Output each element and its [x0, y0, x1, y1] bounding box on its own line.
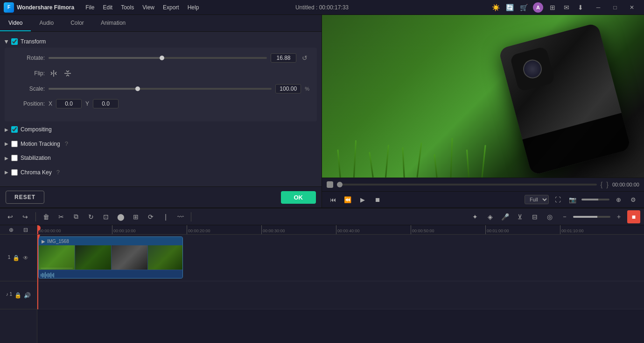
chroma-key-help-icon[interactable]: ?: [56, 169, 60, 176]
detach-audio-button[interactable]: ⊻: [513, 210, 526, 223]
track-eye-icon[interactable]: 👁: [22, 254, 29, 262]
seek-bar[interactable]: [337, 184, 597, 186]
volume-slider[interactable]: [581, 199, 609, 200]
video-track-lane: ▶ IMG_1568: [37, 235, 644, 281]
fit-screen-button[interactable]: ⊞: [129, 210, 142, 223]
layout-icon[interactable]: ⊞: [548, 3, 557, 12]
motion-button[interactable]: ⟳: [144, 210, 157, 223]
chroma-key-checkbox[interactable]: [11, 169, 18, 176]
user-avatar[interactable]: A: [533, 2, 543, 13]
menu-view[interactable]: View: [139, 3, 158, 12]
tab-audio[interactable]: Audio: [31, 15, 62, 31]
minimize-button[interactable]: ─: [590, 0, 607, 15]
reset-button[interactable]: RESET: [6, 191, 44, 204]
crop-button[interactable]: ⊡: [99, 210, 112, 223]
mark-in-button[interactable]: ⬤: [114, 210, 127, 223]
copy-button[interactable]: ⧉: [70, 210, 83, 223]
pip-button[interactable]: ⊟: [528, 210, 541, 223]
seekbar-circle: [327, 181, 333, 188]
more-button[interactable]: ■: [627, 210, 640, 223]
scale-unit: %: [305, 86, 309, 92]
cart-icon[interactable]: 🛒: [519, 3, 528, 12]
rotate-slider[interactable]: [49, 57, 267, 59]
app-logo: F: [4, 2, 14, 13]
rotate-reset-button[interactable]: ↺: [300, 53, 309, 63]
bracket-left[interactable]: {: [601, 181, 603, 188]
position-y-input[interactable]: [93, 99, 119, 108]
loop-button[interactable]: ↻: [84, 210, 98, 223]
motion-tracking-section: ▶ Motion Tracking ?: [0, 137, 322, 150]
close-button[interactable]: ✕: [623, 0, 640, 15]
motion-tracking-header[interactable]: ▶ Motion Tracking ?: [0, 137, 322, 150]
stop-button[interactable]: ⏹: [371, 193, 384, 206]
flip-vertical-icon[interactable]: [63, 68, 73, 79]
redo-button[interactable]: ↪: [19, 210, 32, 223]
motion-tracking-help-icon[interactable]: ?: [65, 140, 68, 147]
menu-help[interactable]: Help: [184, 3, 203, 12]
snapshot-button[interactable]: 📷: [567, 193, 579, 206]
tab-animation[interactable]: Animation: [92, 15, 134, 31]
toolbar-separator-2: [191, 212, 191, 222]
clip-name: IMG_1568: [47, 239, 69, 244]
fx-button[interactable]: ✦: [469, 210, 482, 223]
track-lock-icon[interactable]: 🔒: [13, 254, 20, 262]
transform-section-header[interactable]: ▶ Transform: [0, 36, 322, 48]
video-clip[interactable]: ▶ IMG_1568: [38, 236, 183, 279]
ok-button[interactable]: OK: [281, 191, 316, 204]
compositing-section: ▶ Compositing: [0, 123, 322, 136]
magnet-icon[interactable]: ⊟: [23, 227, 28, 233]
play-button[interactable]: ▶: [357, 193, 369, 206]
transform-chevron: ▶: [4, 40, 9, 43]
menu-file[interactable]: File: [82, 3, 98, 12]
skip-back-button[interactable]: ⏮: [327, 193, 339, 206]
scale-slider[interactable]: [49, 88, 272, 90]
menu-edit[interactable]: Edit: [99, 3, 116, 12]
menu-tools[interactable]: Tools: [117, 3, 138, 12]
tab-video[interactable]: Video: [0, 15, 31, 31]
motion-tracking-checkbox[interactable]: [11, 141, 18, 147]
add-media-button[interactable]: ⊕: [612, 193, 624, 206]
property-tabs: Video Audio Color Animation: [0, 15, 322, 32]
cut-button[interactable]: ✂: [55, 210, 68, 223]
shield-button[interactable]: ◈: [483, 210, 497, 223]
mic-button[interactable]: 🎤: [498, 210, 511, 223]
undo-button[interactable]: ↩: [4, 210, 17, 223]
transform-checkbox[interactable]: [11, 38, 18, 45]
rotate-input[interactable]: [271, 53, 296, 63]
transform-title: Transform: [21, 38, 46, 45]
audio-lock-icon[interactable]: 🔒: [14, 292, 21, 299]
zoom-controls: － ＋: [558, 210, 625, 223]
waveform-button[interactable]: 〰: [174, 210, 187, 223]
flip-horizontal-icon[interactable]: [49, 68, 59, 79]
mail-icon[interactable]: ✉: [562, 3, 571, 12]
bracket-right[interactable]: }: [606, 181, 609, 188]
tab-color[interactable]: Color: [62, 15, 92, 31]
zoom-slider[interactable]: [573, 216, 610, 218]
chroma-key-section: ▶ Chroma Key ?: [0, 166, 322, 179]
add-track-icon[interactable]: ⊕: [9, 227, 14, 233]
zoom-out-button[interactable]: －: [558, 210, 571, 223]
track-headers: ⊕ ⊟ 1 🔒 👁 ♪ 1 🔒 🔊: [0, 225, 37, 343]
scale-input[interactable]: [275, 84, 301, 93]
settings-extra-button[interactable]: ⚙: [627, 193, 639, 206]
audio-mute-icon[interactable]: 🔊: [23, 292, 31, 299]
delete-button[interactable]: 🗑: [40, 210, 53, 223]
frame-back-button[interactable]: ⏪: [342, 193, 354, 206]
zoom-in-button[interactable]: ＋: [612, 210, 625, 223]
quality-select[interactable]: Full 1/2 1/4: [525, 195, 549, 204]
fullscreen-button[interactable]: ⛶: [552, 193, 564, 206]
compositing-checkbox[interactable]: [11, 126, 18, 133]
position-x-input[interactable]: [56, 99, 82, 108]
download-icon[interactable]: ⬇: [576, 3, 585, 12]
stabilization-checkbox[interactable]: [11, 155, 18, 161]
chroma-key-header[interactable]: ▶ Chroma Key ?: [0, 166, 322, 179]
motion-tracking-chevron: ▶: [5, 141, 8, 146]
compositing-header[interactable]: ▶ Compositing: [0, 123, 322, 136]
stabilize-button[interactable]: ◎: [543, 210, 556, 223]
split-button[interactable]: |: [159, 210, 172, 223]
stabilization-header[interactable]: ▶ Stabilization: [0, 152, 322, 164]
sun-icon[interactable]: ☀️: [491, 3, 500, 12]
sync-icon[interactable]: 🔄: [505, 3, 514, 12]
maximize-button[interactable]: □: [607, 0, 623, 15]
menu-export[interactable]: Export: [159, 3, 183, 12]
